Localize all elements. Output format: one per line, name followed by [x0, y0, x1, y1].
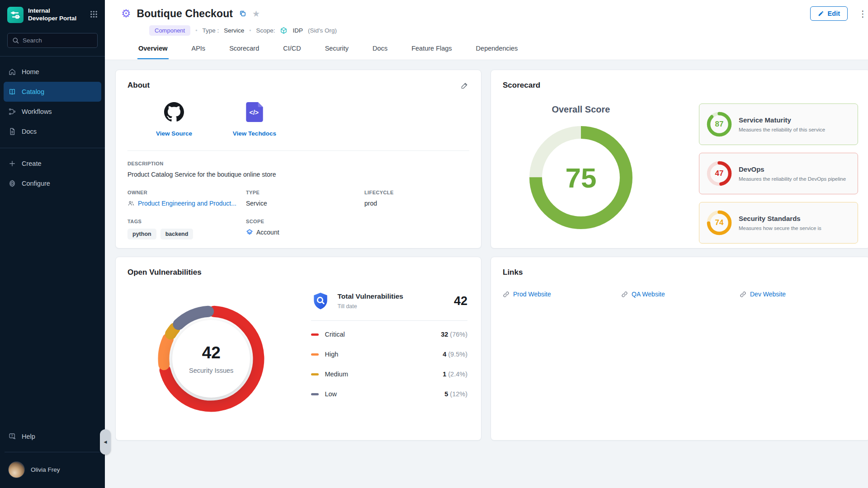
- tag-pill[interactable]: backend: [160, 229, 193, 239]
- link-label: Dev Website: [750, 291, 786, 298]
- severity-label: Critical: [325, 331, 344, 338]
- owner-value: Product Engineering and Product...: [138, 200, 236, 207]
- score-name: DevOps: [739, 165, 846, 173]
- severity-percent: (2.4%): [448, 371, 467, 378]
- lifecycle-value: prod: [364, 200, 469, 207]
- scorecard-item-security-standards[interactable]: 74 Security Standards Measures how secur…: [699, 202, 858, 244]
- link-icon: [503, 291, 509, 298]
- sidebar-item-configure[interactable]: Configure: [4, 174, 101, 193]
- links-card: Links Prod Website QA Website: [491, 257, 868, 441]
- sidebar-item-workflows[interactable]: Workflows: [4, 102, 101, 122]
- sidebar-item-label: Home: [22, 68, 39, 75]
- view-techdocs-link[interactable]: </> View Techdocs: [227, 102, 282, 137]
- score-description: Measures the reliability of this service: [739, 127, 825, 132]
- search-input[interactable]: [23, 37, 93, 44]
- lifecycle-label: LIFECYCLE: [364, 190, 469, 195]
- apps-grid-icon[interactable]: [89, 9, 99, 21]
- description-value: Product Catalog Service for the boutique…: [127, 171, 469, 178]
- user-menu[interactable]: Olivia Frey: [4, 458, 101, 482]
- type-field-label: TYPE: [246, 190, 364, 195]
- copy-icon[interactable]: [239, 10, 246, 17]
- tab-security[interactable]: Security: [324, 45, 349, 59]
- separator-dot: •: [195, 28, 197, 34]
- tab-apis[interactable]: APIs: [191, 45, 207, 59]
- edit-button-label: Edit: [828, 10, 840, 17]
- tags-label: TAGS: [127, 219, 246, 224]
- type-value: Service: [224, 27, 244, 34]
- about-edit-pencil-icon[interactable]: [460, 81, 469, 90]
- sidebar-item-docs[interactable]: Docs: [4, 122, 101, 141]
- home-icon: [8, 68, 16, 76]
- vulnerabilities-donut: 42 Security Issues: [155, 302, 268, 415]
- tag-pill[interactable]: python: [127, 229, 156, 239]
- overall-score-donut: 75: [529, 126, 633, 230]
- sidebar-item-label: Docs: [22, 128, 37, 135]
- tab-feature-flags[interactable]: Feature Flags: [410, 45, 453, 59]
- low-dash-icon: [311, 393, 319, 395]
- scope-label: Scope:: [256, 27, 275, 34]
- owner-label: OWNER: [127, 190, 246, 195]
- svg-text:?: ?: [11, 434, 13, 437]
- overall-score-label: Overall Score: [552, 104, 610, 115]
- scorecard-card: Scorecard Overall Score 75 87: [491, 70, 868, 249]
- edit-button[interactable]: Edit: [810, 6, 848, 21]
- till-date-label: Till date: [337, 303, 403, 310]
- score-description: Measures the reliability of the DevOps p…: [739, 176, 846, 182]
- tab-cicd[interactable]: CI/CD: [282, 45, 302, 59]
- score-value: 74: [707, 210, 732, 235]
- scorecard-item-devops[interactable]: 47 DevOps Measures the reliability of th…: [699, 153, 858, 194]
- sidebar-item-create[interactable]: Create: [4, 154, 101, 174]
- docs-file-icon: [8, 127, 16, 136]
- score-value: 47: [707, 161, 732, 186]
- prod-website-link[interactable]: Prod Website: [503, 291, 621, 298]
- description-label: DESCRIPTION: [127, 161, 469, 166]
- svg-text:</>: </>: [250, 109, 259, 116]
- high-dash-icon: [311, 353, 319, 356]
- scope-value: IDP: [292, 27, 303, 34]
- plus-icon: [8, 160, 16, 168]
- star-icon[interactable]: ★: [252, 9, 260, 18]
- scope-org: (Sid's Org): [308, 27, 337, 34]
- view-techdocs-label: View Techdocs: [233, 130, 276, 137]
- dev-website-link[interactable]: Dev Website: [740, 291, 858, 298]
- sidebar-item-label: Catalog: [22, 88, 44, 95]
- tab-dependencies[interactable]: Dependencies: [475, 45, 519, 59]
- tab-scorecard[interactable]: Scorecard: [228, 45, 260, 59]
- severity-label: Medium: [325, 371, 348, 378]
- tab-overview[interactable]: Overview: [137, 45, 169, 59]
- sidebar-item-label: Configure: [22, 180, 50, 187]
- sidebar-item-home[interactable]: Home: [4, 62, 101, 82]
- total-vulnerabilities-value: 42: [454, 294, 467, 308]
- workflows-icon: [8, 108, 16, 116]
- user-name: Olivia Frey: [31, 466, 60, 473]
- qa-website-link[interactable]: QA Website: [621, 291, 740, 298]
- severity-percent: (12%): [450, 390, 467, 398]
- scorecard-item-service-maturity[interactable]: 87 Service Maturity Measures the reliabi…: [699, 103, 858, 145]
- collapse-arrow-icon: ◀: [104, 440, 107, 444]
- view-source-link[interactable]: View Source: [146, 102, 202, 137]
- search-box[interactable]: [7, 33, 98, 48]
- sidebar-item-help[interactable]: ? Help: [4, 427, 101, 446]
- sidebar-collapse-handle[interactable]: ◀: [100, 429, 111, 455]
- github-icon: [164, 102, 184, 124]
- type-field-value: Service: [246, 200, 364, 207]
- gear-icon: [8, 179, 16, 188]
- sidebar-item-label: Create: [22, 160, 42, 167]
- owner-link[interactable]: Product Engineering and Product...: [127, 200, 246, 207]
- severity-percent: (9.5%): [448, 351, 467, 358]
- kebab-menu-icon[interactable]: ⋮: [857, 9, 868, 19]
- about-title: About: [127, 81, 150, 90]
- type-label: Type :: [202, 27, 219, 34]
- component-gear-icon: ⚙: [121, 8, 131, 19]
- security-issues-value: 42: [202, 343, 221, 362]
- sidebar-item-catalog[interactable]: Catalog: [4, 82, 101, 102]
- link-icon: [621, 291, 628, 298]
- score-name: Service Maturity: [739, 116, 825, 124]
- help-chat-icon: ?: [8, 432, 16, 441]
- link-label: Prod Website: [513, 291, 551, 298]
- scope-field-label: SCOPE: [246, 219, 364, 224]
- score-description: Measures how secure the service is: [739, 225, 821, 231]
- tab-docs[interactable]: Docs: [372, 45, 388, 59]
- avatar: [8, 461, 25, 478]
- techdocs-icon: </>: [246, 102, 263, 124]
